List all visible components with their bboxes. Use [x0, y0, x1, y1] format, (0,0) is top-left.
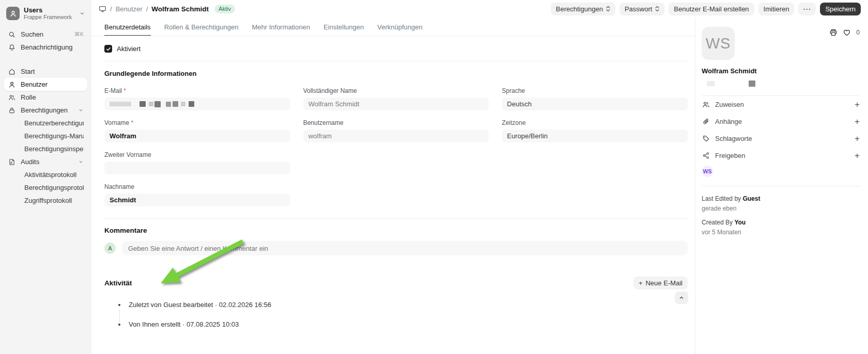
sidebar-item-label: Benutzerberechtigung — [24, 119, 84, 127]
user-icon — [9, 10, 17, 18]
sidebar-item-berechtigungs-manager[interactable]: Berechtigungs-Manager — [4, 130, 87, 142]
lock-icon — [8, 106, 16, 115]
workspace-title: Users — [24, 6, 79, 14]
sidebar-item-berechtigungen[interactable]: Berechtigungen — [4, 104, 87, 117]
chevron-down-icon[interactable] — [78, 159, 84, 165]
share-label: Freigeben — [715, 152, 746, 159]
tab-mehr-informationen[interactable]: Mehr Informationen — [252, 18, 310, 36]
main-content: Benutzerdetails Rollen & Berechtigungen … — [91, 18, 695, 354]
workspace-subtitle: Frappe Framework — [24, 14, 79, 21]
sidebar-item-search[interactable]: Suchen ⌘K — [4, 28, 87, 41]
chevron-up-icon — [678, 295, 685, 301]
sidebar-item-notifications[interactable]: Benachrichtigung — [4, 41, 87, 54]
assign-row[interactable]: Zuweisen + — [702, 96, 860, 113]
edited-user[interactable]: Guest — [742, 195, 760, 202]
ellipsis-icon: ··· — [803, 5, 811, 13]
impersonate-button[interactable]: Imitieren — [758, 3, 795, 15]
search-shortcut: ⌘K — [74, 31, 84, 38]
page-header: / Benutzer / Wolfram Schmidt Aktiv Berec… — [91, 0, 868, 18]
add-attachment-button[interactable]: + — [855, 117, 860, 126]
tab-bar: Benutzerdetails Rollen & Berechtigungen … — [91, 18, 695, 36]
language-field-group: Sprache — [502, 87, 688, 110]
middle-name-field[interactable] — [104, 162, 290, 174]
enabled-row: Aktiviert — [104, 36, 688, 61]
add-share-button[interactable]: + — [855, 151, 860, 160]
paperclip-icon — [702, 118, 710, 126]
panel-divider — [702, 186, 860, 186]
tags-row[interactable]: Schlagworte + — [702, 130, 860, 147]
permissions-dropdown[interactable]: Berechtigungen — [551, 3, 615, 15]
heart-icon[interactable] — [843, 28, 851, 37]
assign-label: Zuweisen — [715, 101, 744, 108]
add-tag-button[interactable]: + — [855, 134, 860, 143]
permissions-dropdown-label: Berechtigungen — [556, 5, 603, 13]
sidebar-item-label: Berechtigungen — [21, 106, 78, 114]
share-row[interactable]: Freigeben + — [702, 147, 860, 164]
sidebar-item-aktivitaetsprotokoll[interactable]: Aktivitätsprotokoll — [4, 168, 87, 181]
username-field-group: Benutzername — [303, 119, 489, 142]
first-name-label: Vorname * — [104, 119, 290, 126]
header-actions: Berechtigungen Passwort Benutzer E-Mail … — [551, 3, 861, 15]
sidebar-item-zugriffsprotokoll[interactable]: Zugriffsprotokoll — [4, 194, 87, 207]
activity-item: Von Ihnen erstellt · 07.08.2025 10:03 — [104, 320, 688, 328]
sidebar-item-start[interactable]: Start — [4, 65, 87, 78]
created-prefix: Created By — [702, 219, 734, 226]
bell-icon — [8, 43, 16, 52]
first-name-field[interactable] — [104, 130, 290, 142]
tab-label: Benutzerdetails — [104, 23, 151, 31]
activity-timeline: Zuletzt von Guest bearbeitet · 02.02.202… — [104, 301, 688, 328]
sidebar-item-label: Berechtigungs-Manager — [24, 132, 84, 140]
breadcrumb-section[interactable]: Benutzer — [116, 5, 143, 13]
timezone-label: Zeitzone — [502, 119, 688, 126]
comment-input[interactable] — [122, 241, 688, 255]
status-badge: Aktiv — [214, 5, 235, 13]
document-meta: Last Edited by Guest gerade eben Created… — [702, 195, 860, 236]
sidebar-item-berechtigungsprotokoll[interactable]: Berechtigungsprotokoll — [4, 181, 87, 194]
last-name-field[interactable] — [104, 194, 290, 206]
save-button[interactable]: Speichern — [820, 3, 861, 15]
timezone-field-group: Zeitzone — [502, 119, 688, 142]
tab-einstellungen[interactable]: Einstellungen — [323, 18, 364, 36]
plus-icon: + — [639, 279, 643, 287]
last-name-label: Nachname — [104, 183, 290, 190]
sidebar-item-berechtigungsinspektor[interactable]: Berechtigungsinspektor — [4, 142, 87, 155]
new-email-button[interactable]: + Neue E-Mail — [633, 277, 688, 289]
breadcrumb-separator: / — [146, 5, 148, 13]
timezone-select[interactable] — [502, 130, 688, 142]
more-menu-button[interactable]: ··· — [798, 3, 816, 15]
printer-icon[interactable] — [829, 28, 838, 37]
last-name-field-group: Nachname — [104, 183, 290, 206]
enabled-checkbox-label: Aktiviert — [117, 45, 141, 53]
attachments-row[interactable]: Anhänge + — [702, 113, 860, 130]
tab-label: Rollen & Berechtigungen — [164, 23, 239, 31]
full-name-field[interactable] — [303, 98, 489, 110]
username-field[interactable] — [303, 130, 489, 142]
language-select[interactable] — [502, 98, 688, 110]
panel-user-name: Wolfram Schmidt — [702, 67, 860, 75]
workspace-switcher[interactable]: Users Frappe Framework — [4, 5, 87, 28]
enabled-checkbox[interactable] — [104, 45, 112, 53]
sidebar-item-benutzer[interactable]: Benutzer — [4, 78, 87, 91]
password-dropdown[interactable]: Passwort — [619, 3, 664, 15]
timeline-dot-icon — [118, 324, 120, 326]
create-user-email-button[interactable]: Benutzer E-Mail erstellen — [669, 3, 754, 15]
chevron-down-icon[interactable] — [78, 107, 84, 113]
add-assignment-button[interactable]: + — [855, 100, 860, 109]
shared-user-avatar[interactable]: WS — [702, 166, 713, 177]
tab-benutzerdetails[interactable]: Benutzerdetails — [104, 18, 151, 36]
scroll-to-top-button[interactable] — [675, 292, 688, 304]
sidebar-item-benutzerberechtigung[interactable]: Benutzerberechtigung — [4, 117, 87, 130]
monitor-icon[interactable] — [99, 5, 106, 13]
created-user[interactable]: You — [734, 219, 746, 226]
users-icon — [8, 93, 16, 102]
search-label: Suchen — [21, 30, 74, 38]
tab-rollen-berechtigungen[interactable]: Rollen & Berechtigungen — [164, 18, 239, 36]
sidebar-item-audits[interactable]: Audits — [4, 155, 87, 168]
sidebar-item-rolle[interactable]: Rolle — [4, 91, 87, 104]
home-icon — [8, 68, 16, 76]
like-count[interactable]: 0 — [856, 29, 860, 36]
email-field[interactable] — [104, 98, 290, 110]
password-dropdown-label: Passwort — [625, 5, 652, 13]
impersonate-label: Imitieren — [764, 5, 789, 13]
tab-verknuepfungen[interactable]: Verknüpfungen — [377, 18, 422, 36]
